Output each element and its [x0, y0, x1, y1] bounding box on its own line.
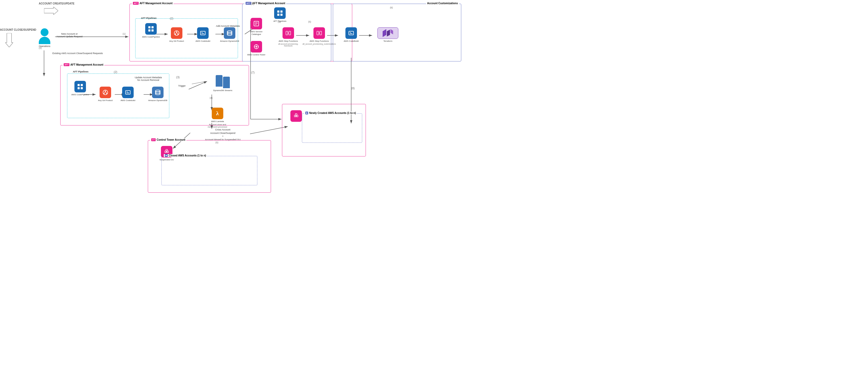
dynamodb-streams-label: DynamoDB Streams: [213, 89, 232, 92]
aft-mgmt-bottom-icon: AFT: [64, 63, 69, 66]
closed-accounts-box: ■ Closed AWS Accounts (1 to n): [161, 156, 257, 185]
service-catalogue: AWS Service Catalogue: [246, 18, 267, 36]
terraform-label: Terraform: [383, 40, 392, 43]
step4-mid-label: (4): [210, 96, 213, 99]
step3-mid-label: (3): [176, 76, 180, 79]
service-catalogue-icon: [251, 18, 262, 29]
svg-marker-23: [44, 7, 58, 15]
svg-rect-60: [317, 31, 319, 35]
aft-pipelines-icon: [274, 7, 286, 19]
svg-rect-46: [280, 13, 282, 16]
step1-bottom-label: (1): [39, 47, 42, 49]
close-suspend-arrow: [5, 33, 13, 47]
diagram-container: ACCOUNT CREATE/UPDATE ACCOUNT CLOSE/SUSP…: [0, 0, 868, 389]
dashed-top-inner: [135, 18, 238, 58]
newly-created-text: Newly Created AWS Accounts (1 to n): [309, 112, 356, 114]
newly-created-box: ■ Newly Created AWS Accounts (1 to n): [302, 113, 362, 143]
control-tower-box-label: CT Control Tower Account: [150, 138, 186, 141]
step-functions-1: AWS Step Functions aft-account-provision…: [278, 27, 299, 47]
lambda-icon: λ: [212, 108, 223, 119]
account-customizations-label: Account Customizations: [426, 2, 459, 5]
service-catalogue-label: AWS Service Catalogue: [246, 30, 267, 36]
svg-marker-24: [5, 33, 13, 47]
aft-provisioning-label: aft-account-provisioning-framework: [278, 43, 299, 47]
dashed-bottom-inner: [67, 74, 169, 118]
dynamodb-streams-icon: [216, 75, 230, 88]
aft-mgmt-bottom-text: AFT Management Account: [70, 63, 103, 66]
closed-text: Closed AWS Accounts (1 to n): [169, 154, 206, 157]
codebuild-top-right-label: AWS CodeBuild: [344, 40, 359, 43]
aft-mgmt-top-label: AFT AFT Management Account: [132, 2, 174, 5]
newly-created-label: ■ Newly Created AWS Accounts (1 to n): [304, 112, 357, 114]
aft-customizations-label: aft_account_provisioning_customizations: [303, 43, 336, 45]
account-close-suspend-label: ACCOUNT CLOSE/SUSPEND: [0, 28, 36, 31]
ct-text: Control Tower Account: [157, 138, 185, 141]
new-account-request-label: New Account or Account Update Request: [56, 32, 83, 38]
dynamodb-streams: DynamoDB Streams: [210, 75, 236, 92]
step3-top-label: (3): [251, 2, 254, 5]
lambda-label: AWS Lambda: [211, 120, 224, 123]
account-create-update-label: ACCOUNT CREATE/UPDATE: [39, 2, 74, 5]
create-update-arrow: [44, 7, 58, 15]
step8-label: (8): [351, 87, 354, 90]
svg-rect-43: [277, 10, 279, 12]
step-functions-2-label: AWS Step Functions: [310, 40, 329, 43]
org-icon: [288, 110, 304, 123]
svg-marker-66: [383, 29, 386, 37]
step-functions-2-icon: [313, 27, 325, 39]
step4-label: (4): [278, 21, 281, 23]
step-functions-1-label: AWS Step Functions: [279, 40, 298, 43]
step7-label: (7): [251, 71, 254, 74]
svg-rect-61: [320, 31, 321, 35]
svg-marker-68: [391, 29, 393, 34]
step6-label: (6): [390, 6, 393, 9]
aft-mgmt-icon: AFT: [133, 2, 138, 5]
lambda-service: λ AWS Lambda Account close and movement …: [207, 108, 228, 128]
control-tower-top-icon: [251, 41, 262, 53]
step5-label: (5): [308, 21, 311, 23]
step-functions-2: AWS Step Functions aft_account_provision…: [309, 27, 330, 45]
aft-mgmt-top-text: AFT Management Account: [140, 2, 173, 5]
aft-mgmt-bottom-label: AFT AFT Management Account: [63, 63, 104, 66]
svg-rect-57: [286, 31, 288, 35]
svg-rect-58: [289, 31, 291, 35]
trigger-label: Trigger: [178, 85, 186, 87]
account-customizations-text: Account Customizations: [427, 2, 458, 5]
existing-account-close-label: Existing AWS Account Close/Suspend Reque…: [53, 52, 103, 55]
codebuild-top-right: AWS CodeBuild: [341, 27, 362, 43]
terraform-service: Terraform: [375, 27, 401, 43]
ct-icon: CT: [151, 138, 156, 141]
control-tower-top: AWS Control Tower: [246, 41, 267, 56]
closed-accounts-label: ■ Closed AWS Accounts (1 to n): [164, 154, 207, 157]
account-close-processor-label: Account close and movement processor: [207, 123, 228, 128]
closed-icon: ■: [165, 154, 168, 157]
svg-rect-89: [166, 149, 167, 151]
terraform-icon: [377, 27, 398, 39]
aft-pipelines-bottom-label: AFT Pipelines: [73, 71, 89, 73]
svg-rect-63: [349, 31, 353, 35]
newly-created-icon: ■: [305, 112, 308, 114]
svg-rect-94: [296, 114, 297, 115]
control-tower-top-label: AWS Control Tower: [247, 54, 265, 56]
step5-mid-label: (5): [215, 141, 218, 144]
step2-bottom-label: (2): [114, 71, 117, 74]
svg-point-52: [255, 46, 257, 48]
org-svc-icon: [290, 110, 302, 122]
svg-marker-67: [387, 30, 390, 36]
operations-person: Operations: [39, 28, 50, 48]
svg-rect-44: [280, 10, 282, 12]
codebuild-top-right-icon: [345, 27, 357, 39]
step-functions-1-icon: [282, 27, 294, 39]
aft-mgmt-right-text: AFT Management Account: [252, 2, 285, 5]
cross-account-label: Cross Account Account Close/Suspend + Ac…: [205, 128, 241, 141]
svg-rect-45: [277, 13, 279, 16]
step1-top-label: (1): [123, 32, 126, 35]
